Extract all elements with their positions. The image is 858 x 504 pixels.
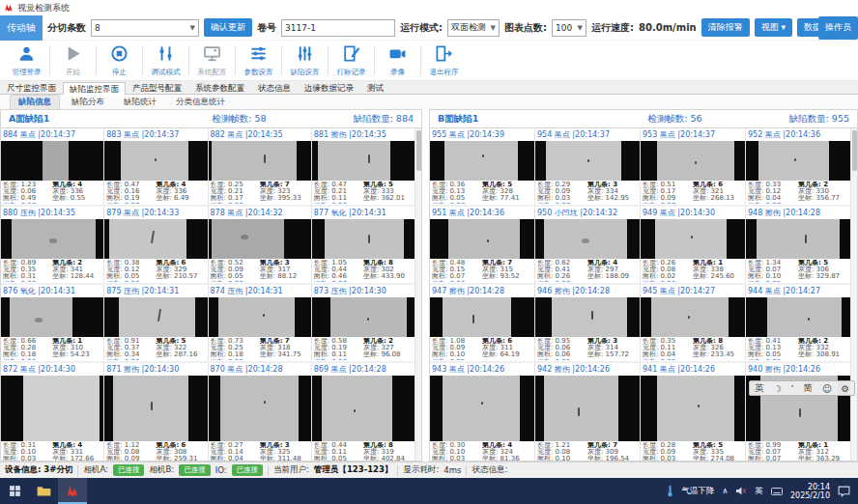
confirm-update-button[interactable]: 确认更新	[204, 18, 252, 37]
defect-card[interactable]: 953 黑点 |20:14:37长度: 0.51宽度: 0.17面积: 0.09…	[641, 128, 746, 205]
scrollbar-thumb[interactable]	[852, 130, 857, 171]
file-explorer-button[interactable]	[29, 478, 58, 504]
record-button-label: 打标记录	[337, 68, 366, 77]
defect-card[interactable]: 952 黑点 |20:14:36长度: 0.33宽度: 0.12面积: 0.04…	[746, 128, 850, 205]
sliders-v-button[interactable]: 缺陷设置	[282, 42, 328, 80]
scrollbar-thumb[interactable]	[416, 130, 421, 171]
defect-row: 872 黑点 |20:14:30长度: 0.31宽度: 0.10面积: 0.03…	[1, 363, 415, 462]
split-count-select[interactable]: 8▼	[91, 19, 199, 37]
defect-card[interactable]: 943 黑点 |20:14:26长度: 0.30宽度: 0.10面积: 0.03…	[430, 363, 535, 462]
defect-card[interactable]: 875 压伤 |20:14:31长度: 0.91宽度: 0.37面积: 0.34…	[104, 285, 208, 361]
chart-points-select[interactable]: 100▼	[552, 19, 586, 37]
toolbar-button-0[interactable]: 清除报警	[701, 18, 750, 37]
frames-count: 检测帧数: 58	[212, 113, 266, 126]
panel-scrollbar[interactable]	[850, 128, 857, 462]
operator-button[interactable]: 操作员	[818, 16, 858, 40]
defect-image-center	[119, 297, 195, 337]
defect-card[interactable]: 876 氧化 |20:14:31长度: 0.66宽度: 0.28面积: 0.18…	[1, 285, 104, 361]
sliders-h-button[interactable]: 参数设置	[236, 42, 281, 80]
tab-5[interactable]: 边缘数据记录	[298, 81, 360, 94]
defect-card[interactable]: 874 压伤 |20:14:31长度: 0.73宽度: 0.25面积: 0.18…	[209, 285, 312, 361]
ime-item-2[interactable]: ’	[791, 383, 794, 394]
defect-card[interactable]: 872 黑点 |20:14:30长度: 0.31宽度: 0.10面积: 0.03…	[1, 363, 104, 462]
defect-card[interactable]: 951 黑点 |20:14:36长度: 0.48宽度: 0.15面积: 0.07…	[430, 207, 535, 283]
film-edge-left	[746, 141, 758, 181]
defect-card[interactable]: 947 擦伤 |20:14:28长度: 1.08宽度: 0.09面积: 0.10…	[430, 285, 535, 361]
subtab-1[interactable]: 缺陷分布	[64, 96, 112, 109]
monitor-button[interactable]: 系统配置	[189, 42, 235, 80]
defect-card[interactable]: 882 黑点 |20:14:35长度: 0.25宽度: 0.21面积: 0.17…	[209, 128, 312, 205]
defect-card[interactable]: 870 黑点 |20:14:28长度: 0.27宽度: 0.14面积: 0.04…	[209, 363, 312, 462]
defect-info: 长度: 0.36宽度: 0.13面积: 0.05米数: 0.37第几条: 5灰度…	[430, 181, 534, 205]
main-toolbar: 传动轴 分切条数 8▼ 确认更新 卷号 运行模式: 双面检测▼ 图表点数: 10…	[0, 15, 858, 41]
defect-card[interactable]: 941 黑点 |20:14:26长度: 0.28宽度: 0.09面积: 0.03…	[641, 363, 746, 462]
tune-button[interactable]: 调试模式	[143, 42, 188, 80]
ime-toolbar[interactable]: 英☽’简☺⚙	[749, 380, 855, 396]
panel-scrollbar[interactable]	[415, 128, 421, 462]
defect-card[interactable]: 949 黑点 |20:14:30长度: 0.26宽度: 0.08面积: 0.02…	[641, 207, 746, 283]
tab-6[interactable]: 测试	[360, 81, 390, 94]
ime-item-5[interactable]: ⚙	[842, 383, 850, 394]
inspection-app-task-button[interactable]	[58, 478, 87, 504]
defect-card[interactable]: 948 擦伤 |20:14:28长度: 1.34宽度: 0.07面积: 0.10…	[746, 207, 850, 283]
current-user-value: 管理员【123-123】	[314, 464, 393, 476]
user-button-label: 管理登录	[13, 68, 42, 77]
defect-card[interactable]: 944 黑点 |20:14:27长度: 0.41宽度: 0.13面积: 0.05…	[746, 285, 850, 361]
tab-0[interactable]: 尺寸监控界面	[0, 81, 63, 94]
speaker-muted-icon[interactable]	[735, 486, 747, 496]
defect-card[interactable]: 940 擦伤 |20:14:26长度: 0.99宽度: 0.07面积: 0.07…	[746, 363, 850, 462]
defect-card[interactable]: 946 擦伤 |20:14:28长度: 0.95宽度: 0.06面积: 0.06…	[535, 285, 641, 361]
defect-metrics-right: 第几条: 5灰度: 333坐标: 362.01	[363, 182, 413, 204]
film-edge-left	[1, 219, 12, 259]
ime-item-4[interactable]: ☺	[822, 383, 832, 394]
drive-shaft-button[interactable]: 传动轴	[0, 15, 43, 41]
exit-button[interactable]: 退出程序	[421, 42, 467, 80]
camera-button[interactable]: 录像	[375, 42, 420, 80]
ime-item-0[interactable]: 英	[755, 382, 764, 395]
defect-image-center	[322, 376, 391, 441]
defect-card[interactable]: 879 黑点 |20:14:33长度: 0.38宽度: 0.12面积: 0.05…	[104, 207, 208, 283]
tab-2[interactable]: 产品型号配置	[126, 81, 188, 94]
defect-card[interactable]: 950 小凹坑 |20:14:32长度: 0.62宽度: 0.41面积: 0.2…	[535, 207, 641, 283]
defect-card[interactable]: 884 黑点 |20:14:37长度: 1.23宽度: 0.06面积: 0.49…	[1, 128, 104, 205]
tab-4[interactable]: 状态信息	[251, 81, 298, 94]
subtab-3[interactable]: 分类信息统计	[168, 96, 233, 109]
defect-card[interactable]: 880 压伤 |20:14:35长度: 0.89宽度: 0.35面积: 0.31…	[1, 207, 104, 283]
coordinate-value: 坐标: 308.91	[798, 351, 848, 358]
stop-button[interactable]: 停止	[97, 42, 142, 80]
ime-item-1[interactable]: ☽	[773, 383, 782, 394]
tab-1[interactable]: 缺陷监控界面	[63, 82, 126, 95]
coordinate-value: 坐标: 210.57	[156, 273, 205, 280]
defect-card[interactable]: 883 黑点 |20:14:37长度: 0.47宽度: 0.16面积: 0.19…	[104, 128, 208, 205]
ime-item-3[interactable]: 简	[803, 382, 813, 395]
language-indicator[interactable]: 英	[755, 486, 763, 497]
defect-image	[430, 376, 534, 441]
ime-keyboard-icon[interactable]	[771, 487, 783, 496]
defect-card[interactable]: 869 黑点 |20:14:28长度: 0.44宽度: 0.11面积: 0.05…	[312, 363, 415, 462]
defect-card[interactable]: 871 擦伤 |20:14:30长度: 1.12宽度: 0.08面积: 0.09…	[104, 363, 208, 462]
defect-card[interactable]: 945 黑点 |20:14:27长度: 0.35宽度: 0.11面积: 0.04…	[641, 285, 746, 361]
run-mode-select[interactable]: 双面检测▼	[447, 19, 500, 37]
defect-card[interactable]: 955 黑点 |20:14:39长度: 0.36宽度: 0.13面积: 0.05…	[430, 128, 535, 205]
weather-ticker[interactable]: 气温下降	[682, 486, 715, 497]
defect-card[interactable]: 881 擦伤 |20:14:35长度: 0.47宽度: 0.21面积: 0.11…	[312, 128, 415, 205]
subtab-2[interactable]: 缺陷统计	[116, 96, 164, 109]
defect-card[interactable]: 954 黑点 |20:14:37长度: 0.29宽度: 0.09面积: 0.03…	[535, 128, 641, 205]
defect-card[interactable]: 878 黑点 |20:14:32长度: 0.52宽度: 0.09面积: 0.05…	[209, 207, 312, 283]
defect-card[interactable]: 877 氧化 |20:14:31长度: 1.05宽度: 0.44面积: 0.46…	[312, 207, 415, 283]
user-button[interactable]: 管理登录	[4, 42, 49, 80]
tab-3[interactable]: 系统参数配置	[188, 81, 251, 94]
tray-expand-chevron[interactable]: ∧	[723, 487, 729, 495]
notification-center-icon[interactable]	[838, 486, 850, 497]
subtab-0[interactable]: 缺陷信息	[10, 95, 60, 110]
sliders-v-icon	[296, 44, 314, 67]
play-button[interactable]: 开始	[50, 42, 96, 80]
taskbar-clock[interactable]: 20:14 2025/2/10	[790, 483, 830, 500]
toolbar-button-1[interactable]: 视图 ▾	[755, 18, 792, 37]
defect-card[interactable]: 873 压伤 |20:14:30长度: 0.58宽度: 0.19面积: 0.11…	[312, 285, 415, 361]
defect-card[interactable]: 942 擦伤 |20:14:26长度: 1.21宽度: 0.08面积: 0.10…	[535, 363, 641, 462]
roll-number-input[interactable]	[281, 19, 395, 37]
start-button[interactable]	[0, 478, 29, 504]
record-button[interactable]: 打标记录	[329, 42, 374, 80]
defect-mark	[368, 235, 370, 243]
